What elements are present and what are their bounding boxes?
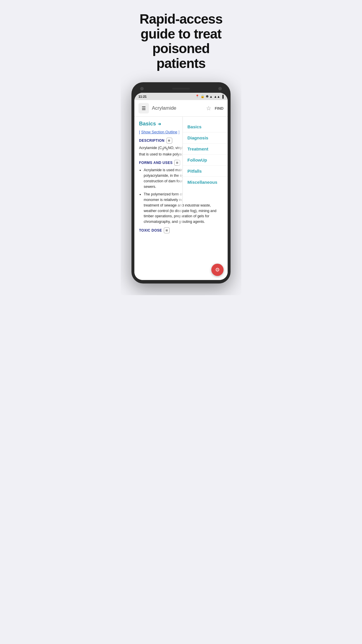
nav-overlay-treatment[interactable]: Treatment bbox=[183, 144, 228, 155]
nav-overlay-pitfalls[interactable]: Pitfalls bbox=[183, 166, 228, 177]
camera-icon bbox=[140, 87, 144, 90]
nav-right: ☆ FIND bbox=[206, 105, 224, 112]
status-bar: 11:21 📍 🔒 ⊕ ▲ ▲▲ ▐ bbox=[134, 93, 228, 100]
phone-frame: 11:21 📍 🔒 ⊕ ▲ ▲▲ ▐ ☰ Acrylamide bbox=[131, 82, 231, 284]
nav-overlay-diagnosis[interactable]: Diagnosis bbox=[183, 132, 228, 144]
signal-icon: ▲▲ bbox=[214, 95, 220, 98]
forms-uses-icon-box[interactable]: ⊞ bbox=[174, 160, 180, 166]
grid-icon-2: ⊞ bbox=[176, 161, 179, 164]
phone-screen: 11:21 📍 🔒 ⊕ ▲ ▲▲ ▐ ☰ Acrylamide bbox=[134, 93, 228, 280]
battery-icon: ▐ bbox=[221, 95, 224, 98]
wifi-icon: ▲ bbox=[210, 95, 213, 98]
hamburger-icon: ☰ bbox=[142, 106, 146, 111]
float-action-button[interactable]: ⚙ bbox=[211, 264, 224, 276]
hero-section: Rapid-access guide to treat poisoned pat… bbox=[121, 0, 241, 76]
nav-overlay-followup[interactable]: FollowUp bbox=[183, 155, 228, 166]
phone-top-bar bbox=[134, 86, 228, 93]
forms-uses-label: FORMS AND USES bbox=[139, 161, 173, 165]
location-icon: 📍 bbox=[195, 94, 199, 98]
bookmark-star-icon[interactable]: ☆ bbox=[206, 105, 211, 112]
settings-icon: ⚙ bbox=[215, 267, 220, 273]
arrow-right-icon: ➜ bbox=[158, 122, 161, 126]
sync-icon: ⊕ bbox=[206, 94, 208, 98]
grid-icon-3: ⊞ bbox=[166, 229, 168, 232]
show-section-outline-link[interactable]: Show Section Outline bbox=[141, 130, 177, 134]
description-label: DESCRIPTION bbox=[139, 139, 165, 143]
toxic-dose-icon-box[interactable]: ⊞ bbox=[164, 228, 170, 233]
basics-label: Basics bbox=[139, 121, 156, 127]
description-icon-box[interactable]: ⊞ bbox=[166, 138, 172, 144]
content-area: Basics ➜ [ Show Section Outline ] DESCRI… bbox=[134, 117, 228, 280]
toxic-dose-label: TOXIC DOSE bbox=[139, 228, 162, 232]
menu-icon-box[interactable]: ☰ bbox=[138, 103, 149, 113]
grid-icon: ⊞ bbox=[168, 139, 171, 142]
nav-overlay-miscellaneous[interactable]: Miscellaneous bbox=[183, 177, 228, 188]
status-icons: 📍 🔒 ⊕ ▲ ▲▲ ▐ bbox=[195, 94, 224, 98]
lock-icon: 🔒 bbox=[201, 94, 205, 98]
phone-wrapper: 11:21 📍 🔒 ⊕ ▲ ▲▲ ▐ ☰ Acrylamide bbox=[121, 76, 241, 295]
nav-title: Acrylamide bbox=[152, 105, 176, 111]
nav-overlay-basics[interactable]: Basics bbox=[183, 121, 228, 132]
status-time: 11:21 bbox=[138, 95, 147, 98]
app-navbar: ☰ Acrylamide ☆ FIND bbox=[134, 100, 228, 117]
speaker-slot bbox=[172, 88, 190, 90]
hero-title: Rapid-access guide to treat poisoned pat… bbox=[126, 12, 236, 71]
sensor-icon bbox=[218, 87, 222, 90]
nav-left: ☰ Acrylamide bbox=[138, 103, 176, 113]
section-nav-overlay: Basics Diagnosis Treatment FollowUp Pitf… bbox=[182, 117, 228, 204]
toxic-dose-title: TOXIC DOSE ⊞ bbox=[139, 228, 223, 233]
find-button[interactable]: FIND bbox=[215, 106, 224, 111]
